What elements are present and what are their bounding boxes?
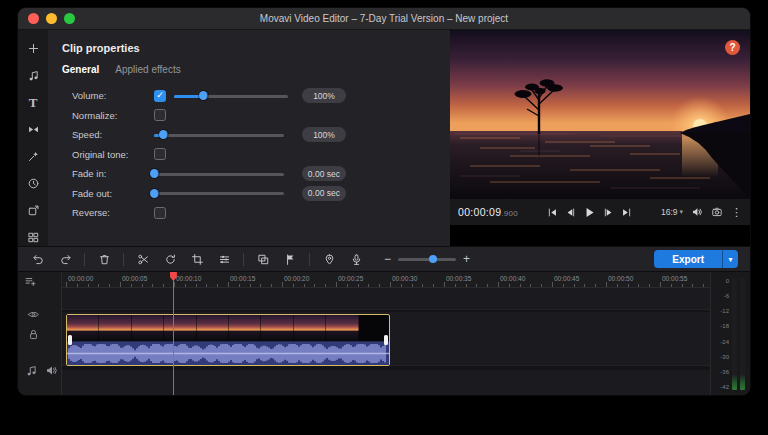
clip-properties-rows: Volume:✓100%Normalize:Speed:100%Original… bbox=[48, 86, 450, 223]
volume-label: Volume: bbox=[72, 90, 154, 101]
delete-button[interactable] bbox=[96, 251, 112, 267]
skip-back-button[interactable] bbox=[547, 207, 558, 218]
zoom-in-button[interactable]: + bbox=[463, 253, 470, 265]
sidebar-item-titles[interactable]: T bbox=[24, 93, 42, 111]
volume-value[interactable]: 100% bbox=[302, 88, 346, 103]
redo-button[interactable] bbox=[57, 251, 73, 267]
speed-slider[interactable] bbox=[154, 129, 284, 141]
video-track-eye-button[interactable] bbox=[27, 308, 40, 321]
speed-value[interactable]: 100% bbox=[302, 127, 346, 142]
audio-icon bbox=[27, 69, 40, 82]
fade-out-slider[interactable] bbox=[154, 187, 284, 199]
sidebar-item-pan-zoom[interactable] bbox=[24, 201, 42, 219]
fade-out-value[interactable]: 0.00 sec bbox=[302, 186, 346, 201]
fullscreen-window-button[interactable] bbox=[64, 13, 75, 24]
record-voice-icon bbox=[350, 253, 363, 266]
sidebar-item-more-tools[interactable] bbox=[24, 228, 42, 246]
reverse-controls bbox=[154, 207, 346, 219]
add-track-button[interactable] bbox=[23, 274, 38, 287]
more-options-button[interactable]: ⋮ bbox=[731, 207, 742, 218]
zoom-slider[interactable] bbox=[398, 253, 456, 265]
crop-icon bbox=[191, 253, 204, 266]
meter-scale: 0-6-12-18-24-30-36-42 bbox=[714, 278, 729, 390]
crop-button[interactable] bbox=[189, 251, 205, 267]
rotate-button[interactable] bbox=[162, 251, 178, 267]
sidebar-item-speed[interactable] bbox=[24, 174, 42, 192]
audio-track-speaker-button[interactable] bbox=[45, 364, 58, 377]
export-split-button: Export ▾ bbox=[654, 250, 738, 268]
timeline-ruler[interactable]: 00:00:0000:00:0500:00:1000:00:1500:00:20… bbox=[62, 272, 710, 288]
record-voice-button[interactable] bbox=[348, 251, 364, 267]
clip-properties-icon bbox=[218, 253, 231, 266]
playhead[interactable] bbox=[173, 272, 174, 395]
fade-in-value[interactable]: 0.00 sec bbox=[302, 166, 346, 181]
zoom-out-button[interactable]: − bbox=[384, 253, 391, 265]
sidebar-item-filters[interactable] bbox=[24, 147, 42, 165]
normalize-checkbox[interactable] bbox=[154, 109, 166, 121]
sidebar-item-audio[interactable] bbox=[24, 66, 42, 84]
clip-thumbnails bbox=[67, 315, 359, 341]
undo-button[interactable] bbox=[30, 251, 46, 267]
skip-forward-button[interactable] bbox=[621, 207, 632, 218]
marker-flag-icon bbox=[284, 253, 297, 266]
fade-out-slider-thumb[interactable] bbox=[150, 189, 159, 198]
meter-label: -24 bbox=[720, 339, 729, 345]
ruler-label: 00:00:10 bbox=[176, 275, 201, 282]
help-button[interactable]: ? bbox=[725, 40, 740, 55]
timeline-clip[interactable] bbox=[66, 314, 390, 366]
speed-slider-thumb[interactable] bbox=[159, 130, 168, 139]
clip-properties-button[interactable] bbox=[216, 251, 232, 267]
reverse-checkbox[interactable] bbox=[154, 207, 166, 219]
redo-icon bbox=[59, 253, 72, 266]
volume-button[interactable] bbox=[691, 206, 703, 218]
step-back-button[interactable] bbox=[565, 207, 576, 218]
volume-slider-thumb[interactable] bbox=[199, 91, 208, 100]
original-tone-checkbox[interactable] bbox=[154, 148, 166, 160]
timecode-ms: .900 bbox=[501, 209, 518, 218]
meter-bar-right bbox=[740, 278, 745, 390]
aspect-ratio-select[interactable]: 16:9▾ bbox=[661, 207, 683, 217]
more-tools-icon bbox=[27, 231, 40, 244]
timeline-zoom: − + bbox=[384, 253, 470, 265]
video-track-lock-button[interactable] bbox=[27, 328, 40, 341]
sidebar-item-add-media[interactable] bbox=[24, 39, 42, 57]
clip-trim-handle-right[interactable] bbox=[384, 335, 388, 345]
clip-thumbnail bbox=[99, 315, 131, 341]
clip-trim-handle-left[interactable] bbox=[68, 335, 72, 345]
fade-in-slider-thumb[interactable] bbox=[150, 169, 159, 178]
clip-properties-tabs: GeneralApplied effects bbox=[48, 64, 450, 77]
snapshot-button[interactable] bbox=[711, 206, 723, 218]
ruler-label: 00:00:35 bbox=[446, 275, 471, 282]
minimize-window-button[interactable] bbox=[46, 13, 57, 24]
marker-flag-button[interactable] bbox=[282, 251, 298, 267]
clip-properties-title: Clip properties bbox=[62, 42, 450, 54]
play-button[interactable] bbox=[583, 206, 596, 219]
timeline: 00:00:0000:00:0500:00:1000:00:1500:00:20… bbox=[18, 272, 750, 395]
timeline-tracks bbox=[62, 288, 710, 395]
fade-in-slider[interactable] bbox=[154, 168, 284, 180]
location-marker-button[interactable] bbox=[321, 251, 337, 267]
timecode-main: 00:00:09 bbox=[458, 206, 501, 218]
overlap-button[interactable] bbox=[255, 251, 271, 267]
export-button[interactable]: Export bbox=[654, 250, 722, 268]
volume-slider[interactable] bbox=[174, 90, 288, 102]
tab-general[interactable]: General bbox=[62, 64, 99, 77]
sidebar-item-transitions[interactable] bbox=[24, 120, 42, 138]
step-forward-button[interactable] bbox=[603, 207, 614, 218]
volume-controls: ✓100% bbox=[154, 88, 346, 103]
export-dropdown-button[interactable]: ▾ bbox=[722, 250, 738, 268]
cut-button[interactable] bbox=[135, 251, 151, 267]
audio-track-note-button[interactable] bbox=[25, 364, 38, 377]
close-window-button[interactable] bbox=[28, 13, 39, 24]
tab-applied-effects[interactable]: Applied effects bbox=[115, 64, 180, 77]
ruler-label: 00:00:45 bbox=[554, 275, 579, 282]
fade-out-label: Fade out: bbox=[72, 188, 154, 199]
volume-checkbox[interactable]: ✓ bbox=[154, 90, 166, 102]
location-marker-icon bbox=[323, 253, 336, 266]
main-area: T Clip properties GeneralApplied effects… bbox=[18, 30, 750, 246]
clip-thumbnail bbox=[229, 315, 261, 341]
pan-zoom-icon bbox=[27, 204, 40, 217]
video-track-controls bbox=[27, 308, 40, 341]
speed-label: Speed: bbox=[72, 129, 154, 140]
zoom-slider-thumb[interactable] bbox=[429, 255, 437, 263]
